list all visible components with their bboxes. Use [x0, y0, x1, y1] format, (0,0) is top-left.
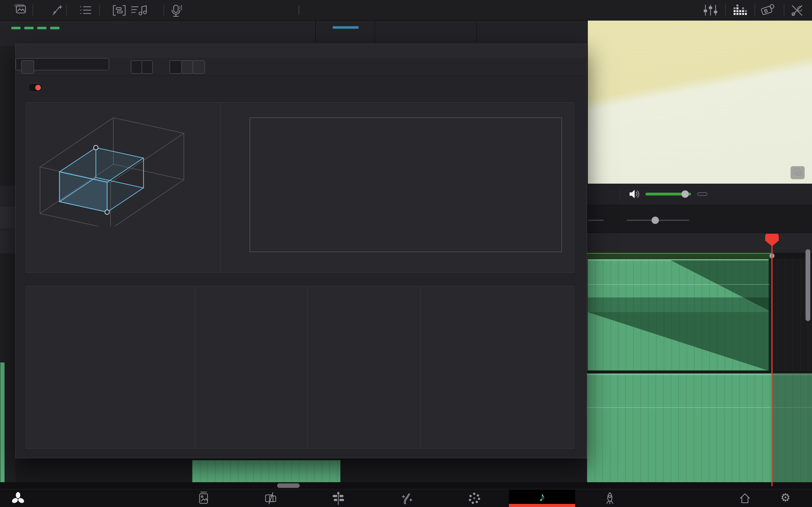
next-preset-button[interactable] — [142, 60, 153, 74]
page-fairlight-icon: ♪ — [509, 489, 575, 504]
playhead-line[interactable] — [771, 241, 772, 486]
speaker-icon[interactable] — [628, 188, 640, 200]
left-strip-3 — [0, 229, 15, 253]
prev-preset-button[interactable] — [131, 60, 142, 74]
page-edit-icon[interactable] — [332, 492, 345, 505]
plugin-toolbar — [15, 58, 587, 76]
page-fairlight-active-tile[interactable]: ♪ — [509, 490, 575, 504]
meter-bar-2 — [24, 27, 34, 29]
section-divider-2 — [308, 286, 308, 449]
audio-clip-2[interactable] — [587, 373, 812, 483]
meter-bar-4 — [50, 27, 59, 29]
meter-bar-3 — [37, 27, 47, 29]
hscroll-row — [0, 482, 812, 489]
bus1-color-bar — [333, 26, 359, 29]
expand-viewer-icon[interactable] — [791, 166, 805, 179]
keyword-tag-icon[interactable]: B — [761, 4, 774, 15]
room-3d-view[interactable] — [26, 102, 220, 226]
page-fusion-icon[interactable] — [400, 492, 414, 505]
sections-panel — [26, 286, 574, 449]
ab-copy-arrow-button[interactable] — [181, 60, 193, 74]
plugin-title — [15, 44, 587, 58]
viewer[interactable] — [588, 20, 812, 184]
svg-text:B: B — [763, 8, 769, 14]
vertical-scrollbar[interactable] — [806, 249, 810, 321]
section-divider-3 — [420, 286, 420, 449]
horizontal-scrollbar[interactable] — [277, 483, 300, 488]
panel-divider — [220, 102, 221, 273]
bus1-tab[interactable] — [315, 20, 375, 47]
control-room-label — [375, 20, 476, 34]
monitoring-row — [587, 184, 812, 205]
left-clip-sliver[interactable] — [0, 362, 5, 483]
reverb-plugin-window — [15, 44, 587, 458]
section-divider-1 — [195, 286, 195, 449]
volume-slider-thumb[interactable] — [681, 190, 689, 198]
audio-clip-3[interactable] — [192, 460, 341, 483]
room-handle-front[interactable] — [105, 210, 109, 214]
resolve-logo — [11, 492, 25, 504]
page-media-icon[interactable] — [197, 492, 210, 505]
zoom-slider-thumb[interactable] — [652, 217, 659, 224]
ab-compare-a-button[interactable] — [169, 60, 182, 74]
timeline-zoom-row — [587, 205, 812, 233]
toolbar-right-icons: B — [702, 3, 809, 18]
close-icon[interactable] — [20, 46, 30, 56]
meter-bar-1 — [11, 27, 20, 29]
project-title-row — [0, 0, 598, 20]
zoom-slider-track[interactable] — [627, 220, 689, 221]
davinci-resolve-window: B — [0, 0, 812, 507]
left-strip-2 — [0, 206, 15, 229]
meters-icon[interactable] — [733, 4, 747, 15]
clip2-dim-overlay — [772, 374, 812, 483]
ab-compare-b-button[interactable] — [193, 60, 205, 74]
monitor-volume-slider[interactable] — [645, 193, 691, 195]
title-divider — [299, 5, 299, 15]
home-icon[interactable] — [738, 492, 752, 505]
page-deliver-icon[interactable] — [603, 492, 617, 505]
mixer-icon[interactable] — [704, 5, 717, 15]
room-handle-top[interactable] — [94, 145, 98, 150]
fairlight-active-underline — [509, 504, 575, 507]
page-cut-icon[interactable] — [264, 492, 277, 505]
tools-icon[interactable] — [792, 6, 802, 15]
settings-gear-icon[interactable]: ⚙ — [780, 491, 791, 504]
reverb-enable-toggle[interactable] — [29, 83, 42, 92]
page-taskbar: ♪ ⚙ — [0, 489, 812, 507]
dim-button[interactable] — [697, 192, 707, 196]
audio-clip-1[interactable] — [587, 259, 769, 371]
plugin-titlebar[interactable] — [15, 44, 587, 58]
meter-panel — [0, 20, 315, 47]
page-color-icon[interactable] — [467, 492, 481, 505]
partial-slider-track[interactable] — [588, 220, 604, 221]
add-preset-button[interactable] — [21, 60, 34, 74]
clip-overview-strip — [587, 253, 772, 259]
toggle-on-dot — [35, 85, 41, 91]
crossfade-band — [588, 297, 770, 312]
impulse-response-plot — [250, 118, 561, 251]
impulse-graph-frame — [250, 117, 562, 252]
monitor-divider — [620, 187, 620, 201]
left-strip-1 — [0, 186, 15, 206]
fade-out-lower[interactable] — [588, 312, 769, 371]
